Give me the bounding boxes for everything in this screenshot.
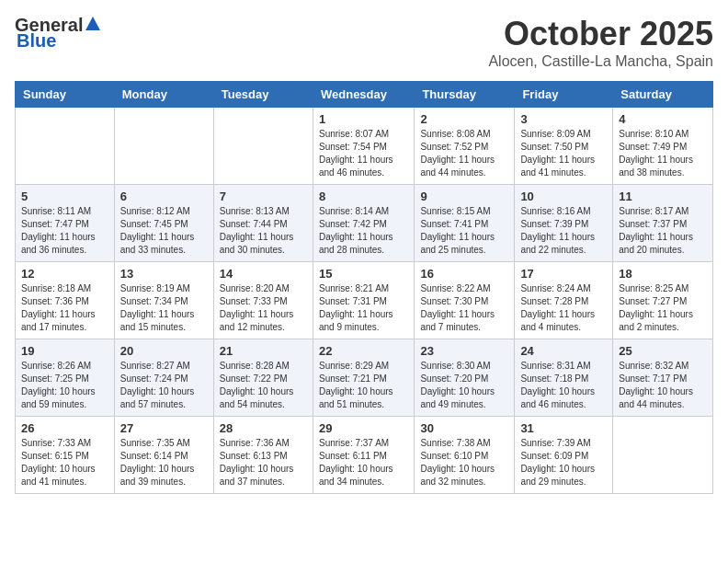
- day-number: 26: [21, 421, 108, 435]
- day-info: Sunrise: 8:31 AM Sunset: 7:18 PM Dayligh…: [520, 360, 607, 411]
- day-number: 15: [319, 267, 408, 281]
- calendar-week-row: 1Sunrise: 8:07 AM Sunset: 7:54 PM Daylig…: [16, 108, 713, 185]
- day-number: 25: [619, 344, 707, 358]
- calendar-table: SundayMondayTuesdayWednesdayThursdayFrid…: [15, 81, 713, 494]
- calendar-cell: 27Sunrise: 7:35 AM Sunset: 6:14 PM Dayli…: [114, 417, 213, 494]
- day-info: Sunrise: 8:15 AM Sunset: 7:41 PM Dayligh…: [420, 205, 508, 257]
- day-info: Sunrise: 8:16 AM Sunset: 7:39 PM Dayligh…: [520, 205, 607, 257]
- calendar-day-header: Sunday: [16, 82, 115, 108]
- calendar-cell: 24Sunrise: 8:31 AM Sunset: 7:18 PM Dayli…: [515, 339, 613, 417]
- calendar-cell: [213, 108, 313, 185]
- day-info: Sunrise: 8:12 AM Sunset: 7:45 PM Dayligh…: [120, 205, 208, 257]
- calendar-day-header: Thursday: [415, 82, 515, 108]
- logo: General Blue: [15, 15, 103, 52]
- calendar-cell: 23Sunrise: 8:30 AM Sunset: 7:20 PM Dayli…: [415, 339, 515, 417]
- day-info: Sunrise: 8:30 AM Sunset: 7:20 PM Dayligh…: [420, 360, 508, 411]
- calendar-cell: 15Sunrise: 8:21 AM Sunset: 7:31 PM Dayli…: [313, 262, 414, 339]
- day-info: Sunrise: 8:11 AM Sunset: 7:47 PM Dayligh…: [21, 205, 108, 257]
- day-number: 9: [420, 190, 508, 203]
- calendar-day-header: Tuesday: [213, 82, 313, 108]
- logo-triangle-icon: [85, 16, 101, 32]
- calendar-cell: [114, 108, 213, 185]
- day-info: Sunrise: 8:24 AM Sunset: 7:28 PM Dayligh…: [520, 282, 607, 334]
- calendar-cell: 7Sunrise: 8:13 AM Sunset: 7:44 PM Daylig…: [213, 185, 313, 262]
- day-info: Sunrise: 8:07 AM Sunset: 7:54 PM Dayligh…: [319, 128, 408, 179]
- calendar-cell: 18Sunrise: 8:25 AM Sunset: 7:27 PM Dayli…: [613, 262, 713, 339]
- calendar-cell: 4Sunrise: 8:10 AM Sunset: 7:49 PM Daylig…: [613, 108, 713, 185]
- calendar-day-header: Wednesday: [313, 82, 414, 108]
- calendar-header-row: SundayMondayTuesdayWednesdayThursdayFrid…: [16, 82, 713, 108]
- month-title: October 2025: [488, 15, 713, 53]
- calendar-week-row: 12Sunrise: 8:18 AM Sunset: 7:36 PM Dayli…: [16, 262, 713, 339]
- day-number: 6: [120, 190, 208, 203]
- calendar-cell: 13Sunrise: 8:19 AM Sunset: 7:34 PM Dayli…: [114, 262, 213, 339]
- calendar-cell: 20Sunrise: 8:27 AM Sunset: 7:24 PM Dayli…: [114, 339, 213, 417]
- calendar-cell: 21Sunrise: 8:28 AM Sunset: 7:22 PM Dayli…: [213, 339, 313, 417]
- calendar-cell: [16, 108, 115, 185]
- day-number: 12: [21, 267, 108, 281]
- location-text: Alocen, Castille-La Mancha, Spain: [488, 53, 713, 70]
- calendar-cell: 26Sunrise: 7:33 AM Sunset: 6:15 PM Dayli…: [16, 417, 115, 494]
- calendar-cell: 3Sunrise: 8:09 AM Sunset: 7:50 PM Daylig…: [515, 108, 613, 185]
- calendar-day-header: Friday: [515, 82, 613, 108]
- calendar-cell: 12Sunrise: 8:18 AM Sunset: 7:36 PM Dayli…: [16, 262, 115, 339]
- calendar-week-row: 5Sunrise: 8:11 AM Sunset: 7:47 PM Daylig…: [16, 185, 713, 262]
- calendar-week-row: 26Sunrise: 7:33 AM Sunset: 6:15 PM Dayli…: [16, 417, 713, 494]
- day-info: Sunrise: 8:19 AM Sunset: 7:34 PM Dayligh…: [120, 282, 208, 334]
- day-info: Sunrise: 8:18 AM Sunset: 7:36 PM Dayligh…: [21, 282, 108, 334]
- day-info: Sunrise: 8:25 AM Sunset: 7:27 PM Dayligh…: [619, 282, 707, 334]
- day-number: 5: [21, 190, 108, 203]
- day-number: 31: [520, 421, 607, 435]
- day-number: 21: [220, 344, 307, 358]
- day-info: Sunrise: 8:21 AM Sunset: 7:31 PM Dayligh…: [319, 282, 408, 334]
- calendar-cell: 16Sunrise: 8:22 AM Sunset: 7:30 PM Dayli…: [415, 262, 515, 339]
- day-number: 7: [220, 190, 307, 203]
- day-info: Sunrise: 7:38 AM Sunset: 6:10 PM Dayligh…: [420, 437, 508, 488]
- day-number: 28: [220, 421, 307, 435]
- day-info: Sunrise: 8:32 AM Sunset: 7:17 PM Dayligh…: [619, 360, 707, 411]
- day-info: Sunrise: 8:10 AM Sunset: 7:49 PM Dayligh…: [619, 128, 707, 179]
- calendar-cell: 11Sunrise: 8:17 AM Sunset: 7:37 PM Dayli…: [613, 185, 713, 262]
- svg-marker-0: [85, 17, 100, 30]
- calendar-cell: 14Sunrise: 8:20 AM Sunset: 7:33 PM Dayli…: [213, 262, 313, 339]
- calendar-cell: 29Sunrise: 7:37 AM Sunset: 6:11 PM Dayli…: [313, 417, 414, 494]
- day-number: 11: [619, 190, 707, 203]
- day-number: 24: [520, 344, 607, 358]
- day-number: 10: [520, 190, 607, 203]
- day-number: 17: [520, 267, 607, 281]
- day-number: 1: [319, 112, 408, 126]
- day-info: Sunrise: 7:36 AM Sunset: 6:13 PM Dayligh…: [220, 437, 307, 488]
- day-number: 4: [619, 112, 707, 126]
- day-info: Sunrise: 8:13 AM Sunset: 7:44 PM Dayligh…: [220, 205, 307, 257]
- day-number: 2: [420, 112, 508, 126]
- calendar-day-header: Monday: [114, 82, 213, 108]
- day-number: 19: [21, 344, 108, 358]
- day-number: 29: [319, 421, 408, 435]
- calendar-cell: 17Sunrise: 8:24 AM Sunset: 7:28 PM Dayli…: [515, 262, 613, 339]
- day-number: 3: [520, 112, 607, 126]
- calendar-cell: 30Sunrise: 7:38 AM Sunset: 6:10 PM Dayli…: [415, 417, 515, 494]
- calendar-cell: 1Sunrise: 8:07 AM Sunset: 7:54 PM Daylig…: [313, 108, 414, 185]
- day-number: 14: [220, 267, 307, 281]
- day-info: Sunrise: 7:35 AM Sunset: 6:14 PM Dayligh…: [120, 437, 208, 488]
- day-number: 30: [420, 421, 508, 435]
- day-info: Sunrise: 8:27 AM Sunset: 7:24 PM Dayligh…: [120, 360, 208, 411]
- day-info: Sunrise: 8:14 AM Sunset: 7:42 PM Dayligh…: [319, 205, 408, 257]
- calendar-cell: 2Sunrise: 8:08 AM Sunset: 7:52 PM Daylig…: [415, 108, 515, 185]
- day-info: Sunrise: 8:17 AM Sunset: 7:37 PM Dayligh…: [619, 205, 707, 257]
- calendar-cell: 28Sunrise: 7:36 AM Sunset: 6:13 PM Dayli…: [213, 417, 313, 494]
- day-info: Sunrise: 8:20 AM Sunset: 7:33 PM Dayligh…: [220, 282, 307, 334]
- calendar-cell: 22Sunrise: 8:29 AM Sunset: 7:21 PM Dayli…: [313, 339, 414, 417]
- day-info: Sunrise: 8:26 AM Sunset: 7:25 PM Dayligh…: [21, 360, 108, 411]
- title-section: October 2025 Alocen, Castille-La Mancha,…: [488, 15, 713, 70]
- day-info: Sunrise: 7:37 AM Sunset: 6:11 PM Dayligh…: [319, 437, 408, 488]
- page-header: General Blue October 2025 Alocen, Castil…: [15, 15, 713, 70]
- day-info: Sunrise: 7:33 AM Sunset: 6:15 PM Dayligh…: [21, 437, 108, 488]
- day-info: Sunrise: 8:22 AM Sunset: 7:30 PM Dayligh…: [420, 282, 508, 334]
- calendar-cell: 31Sunrise: 7:39 AM Sunset: 6:09 PM Dayli…: [515, 417, 613, 494]
- day-info: Sunrise: 7:39 AM Sunset: 6:09 PM Dayligh…: [520, 437, 607, 488]
- day-number: 23: [420, 344, 508, 358]
- calendar-cell: [613, 417, 713, 494]
- calendar-cell: 6Sunrise: 8:12 AM Sunset: 7:45 PM Daylig…: [114, 185, 213, 262]
- day-number: 18: [619, 267, 707, 281]
